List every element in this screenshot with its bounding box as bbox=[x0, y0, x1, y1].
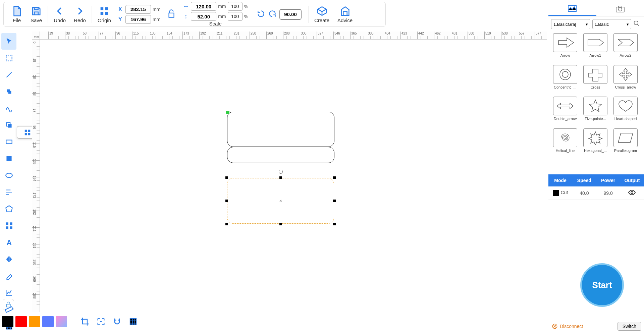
x-input[interactable] bbox=[125, 5, 151, 14]
resize-handle-ml[interactable] bbox=[225, 200, 228, 202]
search-icon[interactable] bbox=[633, 20, 641, 28]
line-tool[interactable] bbox=[1, 66, 16, 83]
shape-item-arrow[interactable]: Arrow bbox=[551, 33, 579, 63]
height-pct-input[interactable] bbox=[228, 12, 243, 21]
shape-item-cross[interactable]: Cross bbox=[581, 65, 609, 95]
shape-item-concentric----[interactable]: Concentric_... bbox=[551, 65, 579, 95]
curve-tool[interactable] bbox=[1, 100, 16, 117]
color-swatch-0[interactable] bbox=[2, 316, 13, 327]
ellipse-tool[interactable] bbox=[1, 167, 16, 184]
selection-center-icon: × bbox=[279, 198, 282, 204]
bottom-bar bbox=[2, 314, 547, 329]
polygon-tool[interactable] bbox=[1, 201, 16, 217]
shape-thumb bbox=[613, 33, 638, 52]
eraser-tool[interactable] bbox=[1, 268, 16, 284]
shape-item-arrow1[interactable]: Arrow1 bbox=[581, 33, 609, 63]
create-button[interactable]: Create bbox=[310, 5, 333, 23]
output-cell[interactable] bbox=[620, 188, 644, 198]
shape-item-parallelogram[interactable]: Parallelogram bbox=[611, 128, 640, 158]
switch-button[interactable]: Switch bbox=[618, 322, 641, 331]
rounded-rect-shape-1[interactable] bbox=[227, 112, 334, 147]
svg-rect-21 bbox=[25, 129, 27, 131]
resize-handle-mr[interactable] bbox=[333, 200, 336, 202]
shape-item-cross-arrow[interactable]: Cross_arrow bbox=[611, 65, 640, 95]
rect-tool[interactable] bbox=[1, 133, 16, 150]
y-input[interactable] bbox=[125, 15, 151, 24]
lock-aspect-icon[interactable] bbox=[167, 9, 176, 20]
marquee-tool[interactable] bbox=[1, 50, 16, 66]
redo-button[interactable]: Redo bbox=[70, 5, 90, 23]
undo-button[interactable]: Undo bbox=[50, 5, 70, 23]
mode-cell[interactable]: Cut bbox=[548, 190, 572, 196]
camera-tab[interactable] bbox=[596, 2, 644, 16]
shape-item-helical-line[interactable]: Helical_line bbox=[551, 128, 579, 158]
coordinates-group: X mm Y mm bbox=[118, 5, 160, 24]
right-panel: 1.BasicGra|▾ 1.Basic▾ ArrowArrow1Arrow2C… bbox=[548, 2, 644, 332]
resize-handle-bm[interactable] bbox=[279, 223, 282, 225]
shape-label: Cross_arrow bbox=[611, 85, 640, 89]
category-select-1[interactable]: 1.BasicGra|▾ bbox=[551, 19, 590, 29]
shape-item-hexagonal----[interactable]: Hexagonal_... bbox=[581, 128, 609, 158]
rotation-input[interactable] bbox=[279, 9, 302, 20]
rounded-rect-shape-2[interactable] bbox=[227, 147, 334, 163]
align-tool[interactable] bbox=[1, 184, 16, 201]
copy-tool[interactable] bbox=[1, 117, 16, 133]
shape-label: Heart-shaped bbox=[611, 117, 640, 121]
category-select-2[interactable]: 1.Basic▾ bbox=[592, 19, 632, 29]
x-label: X bbox=[118, 6, 124, 12]
color-swatch-3[interactable] bbox=[42, 316, 54, 327]
rotate-cw-icon[interactable] bbox=[268, 9, 277, 19]
text-tool[interactable]: A bbox=[1, 234, 16, 251]
svg-point-31 bbox=[560, 69, 571, 80]
resize-handle-tr[interactable] bbox=[333, 176, 336, 179]
advice-label: Advice bbox=[337, 17, 353, 23]
width-input[interactable] bbox=[191, 2, 216, 11]
height-input[interactable] bbox=[191, 12, 216, 21]
origin-label: Origin bbox=[98, 17, 111, 23]
file-button[interactable]: File bbox=[7, 5, 26, 23]
select-tool[interactable] bbox=[1, 33, 16, 50]
origin-marker[interactable] bbox=[226, 111, 229, 114]
file-label: File bbox=[13, 17, 21, 23]
save-button[interactable]: Save bbox=[26, 5, 46, 23]
shape-item-heart-shaped[interactable]: Heart-shaped bbox=[611, 97, 640, 126]
shape-label: Arrow2 bbox=[611, 53, 640, 57]
svg-rect-8 bbox=[6, 140, 12, 144]
resize-handle-br[interactable] bbox=[333, 223, 336, 225]
params-row[interactable]: Cut 40.0 99.0 bbox=[548, 186, 644, 200]
array-tool[interactable] bbox=[1, 217, 16, 234]
shape-item-double-arrow[interactable]: Double_arrow bbox=[551, 97, 579, 126]
shape-item-five-pointe---[interactable]: Five-pointe... bbox=[581, 97, 609, 126]
fill-tool[interactable] bbox=[1, 150, 16, 167]
canvas[interactable]: × bbox=[40, 40, 547, 312]
connection-status[interactable]: Disconnect bbox=[548, 323, 618, 329]
rotate-handle[interactable] bbox=[279, 170, 283, 174]
rotate-ccw-icon[interactable] bbox=[257, 9, 265, 19]
resize-handle-tl[interactable] bbox=[225, 176, 228, 179]
advice-button[interactable]: Advice bbox=[333, 5, 357, 23]
selection-box[interactable]: × bbox=[226, 177, 335, 225]
shape-tool[interactable] bbox=[1, 83, 16, 100]
separator bbox=[308, 6, 309, 23]
magnet-button[interactable] bbox=[110, 315, 124, 329]
start-button[interactable]: Start bbox=[580, 263, 624, 307]
crop-button[interactable] bbox=[78, 315, 92, 329]
grid-button[interactable] bbox=[126, 315, 140, 329]
mirror-tool[interactable] bbox=[1, 251, 16, 268]
speed-cell[interactable]: 40.0 bbox=[572, 190, 596, 196]
power-cell[interactable]: 99.0 bbox=[596, 190, 620, 196]
svg-rect-23 bbox=[25, 133, 27, 135]
origin-button[interactable]: Origin bbox=[94, 5, 115, 23]
h-pct-unit: % bbox=[244, 14, 248, 19]
color-swatch-4[interactable] bbox=[56, 316, 67, 327]
width-pct-input[interactable] bbox=[228, 2, 243, 11]
color-swatch-1[interactable] bbox=[15, 316, 27, 327]
shape-item-arrow2[interactable]: Arrow2 bbox=[611, 33, 640, 63]
shape-label: Double_arrow bbox=[551, 117, 579, 121]
focus-button[interactable] bbox=[94, 315, 108, 329]
shape-label: Hexagonal_... bbox=[581, 149, 609, 153]
resize-handle-bl[interactable] bbox=[225, 223, 228, 225]
color-swatch-2[interactable] bbox=[29, 316, 40, 327]
canvas-lock-button[interactable] bbox=[3, 299, 14, 310]
shapes-tab[interactable] bbox=[548, 2, 596, 16]
